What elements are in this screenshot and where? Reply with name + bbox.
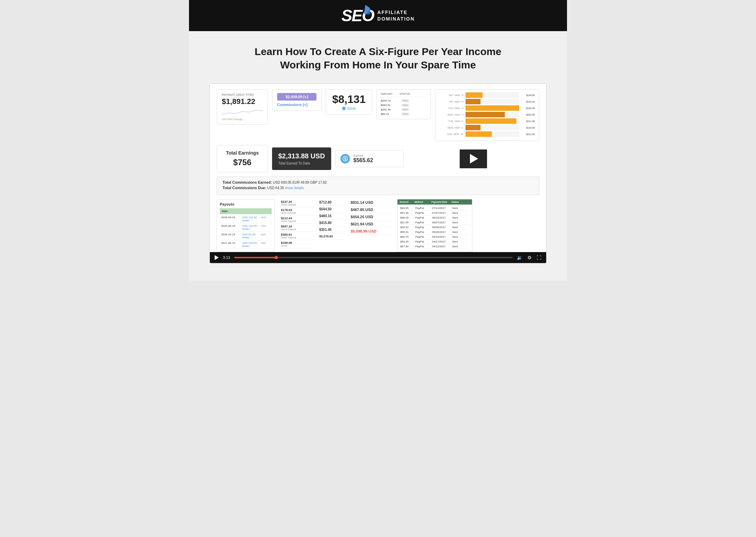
list-item: $96.31 PAID — [381, 112, 427, 116]
commissions-section: Total Commissions Earned: USD 600.05 EUR… — [217, 176, 539, 195]
table-row: $199.08Direct — [279, 240, 313, 248]
total-label: total — [332, 106, 366, 111]
payouts-title: Payouts — [220, 202, 272, 206]
video-play-button[interactable] — [460, 149, 487, 168]
list-item: $204.73 PAID — [381, 99, 427, 103]
video-wrapper: PAYOUT (2017 YTD) $1,891.22 103.18% chan… — [210, 83, 546, 263]
video-progress-dot — [274, 256, 278, 259]
table-row: 2017-06-15 USD 205.50Details Ach — [220, 240, 272, 249]
commission-button[interactable]: $2,939.09 [+] — [277, 93, 316, 101]
total-earned-card: $2,313.88 USD Total Earned To Date — [272, 147, 331, 170]
video-time: 3:13 — [223, 256, 230, 260]
bar-row: SUN / APR / 30 $212.92 — [440, 131, 535, 137]
total-dot — [342, 107, 346, 110]
logo-seo-text: SEO — [341, 6, 374, 25]
table-row: $415.80 — [317, 220, 345, 226]
paypal-table: Amount Method Payment Date Status $90.85… — [397, 199, 472, 252]
table-row: $51.45 PayPal 06/07/2017 Sent — [400, 220, 469, 225]
table-row: $697.16Direct Deposit — [279, 224, 313, 232]
play-icon — [470, 154, 478, 163]
payout-change: 103.18% change — [222, 118, 263, 121]
dashboard-row2: Total Earnings $756 $2,313.88 USD Total … — [217, 145, 539, 172]
table-row: $54.52 PayPal 06/06/2017 Sent — [400, 225, 469, 230]
video-progress-bar[interactable] — [234, 257, 513, 258]
earnings-column: $712.80 $544.50 $480.15 $415.80 $351.45 … — [317, 199, 345, 252]
table-row: $51.30 PayPal 07/07/2017 Sent — [400, 211, 469, 215]
volume-icon[interactable]: 🔉 — [517, 255, 523, 260]
table-row: $712.80 — [317, 199, 345, 206]
logo: SEO AFFILIATE DOMINATION — [341, 6, 415, 25]
table-row: 2016-03-15 USD 223.80Details Ach — [220, 215, 272, 223]
table-row: $380.91Direct Deposit — [279, 232, 313, 240]
earned-label: Earned — [353, 154, 373, 157]
main-content: Learn How To Create A Six-Figure Per Yea… — [189, 31, 567, 280]
table-row: $55.31 PayPal 05/26/2017 Sent — [400, 230, 469, 235]
payouts-table: Payouts Date 2016-03-15 USD 223.80Detail… — [217, 199, 275, 252]
table-row: $50.45 PayPal 04/17/2017 Sent — [400, 239, 469, 244]
table-row: $480.15 — [317, 213, 345, 220]
table-row: $467.85 USD — [349, 206, 393, 213]
table-row: $5,098.99 USD — [349, 228, 393, 235]
total-earnings-amount: $756 — [223, 158, 261, 167]
show-details-link[interactable]: show details — [285, 186, 304, 190]
header: SEO AFFILIATE DOMINATION — [189, 0, 567, 31]
payments-col-amount: AMOUNT — [381, 92, 393, 95]
table-row: $67.90 PayPal 04/10/2017 Sent — [400, 244, 469, 249]
dashboard: PAYOUT (2017 YTD) $1,891.22 103.18% chan… — [210, 84, 546, 252]
table-row: $544.50 — [317, 206, 345, 213]
payout-amount: $1,891.22 — [222, 97, 263, 106]
list-item: $563.51 PAID — [381, 103, 427, 107]
bar-row: FRI / MAY / 5 $124.40 — [440, 99, 535, 104]
video-control-icons: 🔉 ⚙ ⛶ — [517, 255, 541, 260]
table-row: $50.75 PayPal 05/14/2017 Sent — [400, 235, 469, 239]
commission-earned-line: Total Commissions Earned: USD 600.05 EUR… — [222, 180, 534, 184]
table-row: $454.25 USD — [349, 213, 393, 221]
bar-row: MON / MAY / 1 $123.60 — [440, 125, 535, 130]
payments-header: AMOUNT STATUS — [381, 92, 427, 97]
total-amount: $8,131 — [332, 93, 366, 106]
payments-col-status: STATUS — [400, 92, 410, 95]
total-earnings-label: Total Earnings — [223, 150, 261, 156]
bar-row: THU / MAY / 4 $430.95 — [440, 105, 535, 111]
payout-label: PAYOUT (2017 YTD) — [222, 93, 263, 96]
commission-link[interactable]: Commissions [+] — [277, 103, 316, 107]
table-row: $621.94 USD — [349, 221, 393, 228]
payout-card: PAYOUT (2017 YTD) $1,891.22 103.18% chan… — [217, 89, 268, 125]
total-earnings-card: Total Earnings $756 — [217, 145, 268, 172]
headline: Learn How To Create A Six-Figure Per Yea… — [210, 45, 546, 71]
logo-tagline: AFFILIATE DOMINATION — [377, 9, 415, 22]
video-progress-fill — [234, 257, 276, 258]
table-row: $5,578.65 — [317, 233, 345, 240]
fullscreen-icon[interactable]: ⛶ — [537, 255, 541, 260]
dashboard-row1: PAYOUT (2017 YTD) $1,891.22 103.18% chan… — [217, 89, 539, 141]
table-row: $90.85 PayPal 07/14/2017 Sent — [400, 206, 469, 211]
bar-row: SAT / MAY / 6 $138.60 — [440, 92, 535, 98]
payments-table: AMOUNT STATUS $204.73 PAID $563.51 PAID — [376, 89, 431, 119]
payouts-header: Date — [220, 208, 272, 214]
earned-icon: $ — [340, 154, 350, 163]
bar-row: TUE / MAY / 2 $411.66 — [440, 118, 535, 124]
table-row: $351.45 — [317, 226, 345, 233]
paypal-header: Amount Method Payment Date Status — [397, 199, 472, 205]
commission-due-line: Total Commissions Due: USD 64.35 show de… — [222, 186, 534, 190]
list-item: $251.49 PAID — [381, 107, 427, 112]
earned-amount: $565.62 — [353, 157, 373, 163]
bar-chart-card: SAT / MAY / 6 $138.60 FRI / MAY / 5 $124… — [435, 89, 539, 141]
settings-icon[interactable]: ⚙ — [527, 255, 532, 260]
payments-rows: $204.73 PAID $563.51 PAID $251.49 PAID — [381, 99, 427, 116]
table-row: $247.20Direct Deposit — [279, 199, 313, 207]
svg-text:$: $ — [344, 157, 346, 161]
table-row: 2016-10-15 USD 60.00Details Ach — [220, 232, 272, 240]
table-row: $931.14 USD — [349, 199, 393, 206]
video-controls: 3:13 🔉 ⚙ ⛶ — [210, 252, 546, 263]
total-earned-amount: $2,313.88 USD — [278, 152, 325, 160]
usd-column: $931.14 USD $467.85 USD $454.25 USD $621… — [349, 199, 393, 252]
dashboard-row4: Payouts Date 2016-03-15 USD 223.80Detail… — [217, 199, 539, 252]
table-row: 2016-05-15 USD 132.00Details Ach — [220, 223, 272, 232]
total-earned-label: Total Earned To Date — [278, 161, 325, 165]
table-row: $68.25 PayPal 06/23/2017 Sent — [400, 215, 469, 220]
earned-card: $ Earned $565.62 — [335, 150, 404, 167]
direct-deposit-column: $247.20Direct Deposit $178.03Direct Depo… — [279, 199, 313, 252]
table-row: $178.03Direct Deposit — [279, 207, 313, 215]
video-play-icon[interactable] — [215, 255, 219, 260]
